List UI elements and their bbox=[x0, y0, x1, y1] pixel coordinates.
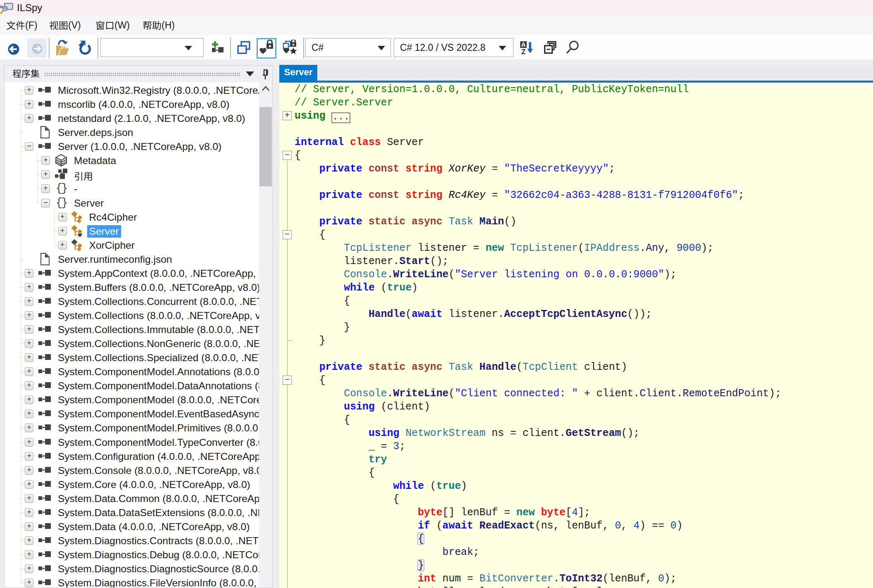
svg-text:Z: Z bbox=[521, 48, 526, 55]
svg-text:A: A bbox=[521, 41, 526, 48]
